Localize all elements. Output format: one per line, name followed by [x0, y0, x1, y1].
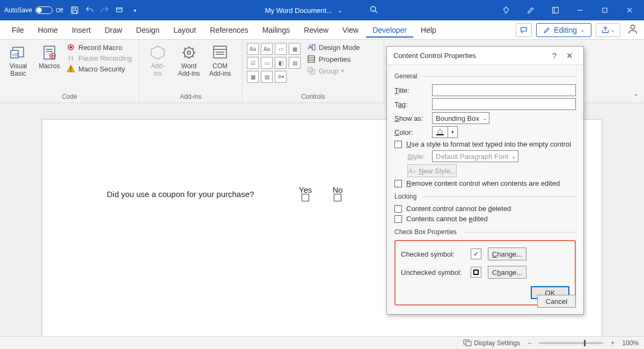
document-title[interactable]: My Word Document...	[265, 6, 332, 14]
svg-line-39	[184, 56, 185, 57]
style-select: Default Paragraph Font⌄	[432, 150, 518, 162]
content-control-properties-dialog: Content Control Properties ? ✕ General T…	[386, 46, 584, 315]
svg-point-30	[184, 48, 194, 57]
tab-view[interactable]: View	[336, 23, 365, 38]
use-style-checkbox[interactable]	[394, 141, 402, 148]
toggle-off-icon	[35, 6, 53, 14]
color-dropdown[interactable]: ▾	[448, 126, 458, 138]
title-chevron-down-icon[interactable]: ⌄	[338, 7, 342, 14]
display-settings-button[interactable]: Display Settings	[463, 339, 520, 347]
autosave-toggle[interactable]: AutoSave Off	[4, 6, 63, 14]
svg-line-6	[375, 11, 377, 13]
tab-insert[interactable]: Insert	[65, 23, 97, 38]
properties-icon	[307, 55, 316, 63]
tag-label: Tag:	[394, 100, 428, 108]
qat-more-icon[interactable]	[113, 4, 126, 17]
minimize-button[interactable]	[570, 4, 590, 17]
svg-line-38	[193, 48, 194, 49]
cancel-button[interactable]: Cancel	[537, 295, 576, 308]
svg-rect-45	[312, 45, 315, 50]
com-addins-button[interactable]: COM Add-ins	[206, 43, 234, 77]
lock-edit-checkbox[interactable]	[394, 215, 402, 223]
title-input[interactable]	[432, 84, 576, 96]
tab-mailings[interactable]: Mailings	[256, 23, 296, 38]
diamond-icon[interactable]	[496, 4, 516, 17]
change-unchecked-button[interactable]: Change...	[488, 266, 526, 279]
redo-icon[interactable]	[98, 4, 111, 17]
color-label: Color:	[394, 128, 428, 136]
editing-mode-button[interactable]: Editing ⌄	[536, 23, 591, 37]
svg-rect-46	[308, 56, 314, 62]
properties-button[interactable]: Properties	[307, 55, 360, 63]
visual-basic-button[interactable]: VB Visual Basic	[4, 43, 32, 77]
qat-dropdown-icon[interactable]: ▾	[128, 4, 141, 17]
tab-layout[interactable]: Layout	[167, 23, 202, 38]
ribbon-group-addins: Add- ins Word Add-ins COM Add-ins Add-in…	[140, 40, 243, 103]
menubar: File Home Insert Draw Design Layout Refe…	[0, 20, 644, 40]
color-picker[interactable]	[432, 126, 448, 138]
macro-security-button[interactable]: Macro Security	[67, 64, 132, 73]
design-mode-icon	[307, 43, 316, 52]
svg-rect-7	[553, 8, 559, 13]
svg-marker-29	[151, 46, 164, 59]
dialog-close-button[interactable]: ✕	[562, 51, 577, 61]
pen-icon[interactable]	[521, 4, 541, 17]
group-icon	[307, 67, 316, 75]
group-label: Add-ins	[144, 92, 238, 101]
addins-icon	[149, 44, 166, 61]
svg-rect-1	[72, 7, 76, 9]
record-macro-button[interactable]: Record Macro	[67, 43, 132, 52]
titlebar: AutoSave Off ▾ My Word Document... ⌄	[0, 0, 644, 20]
ribbon-group-controls: AaAa▭▦ ☑▭◧▤ ▦▤⚙▾ Design Mode Properties …	[243, 40, 384, 103]
dialog-title: Content Control Properties	[393, 52, 476, 60]
maximize-button[interactable]	[595, 4, 615, 17]
checkbox-yes[interactable]	[302, 194, 309, 201]
svg-rect-53	[466, 341, 471, 346]
visual-basic-icon: VB	[10, 44, 27, 61]
tab-developer[interactable]: Developer	[366, 23, 413, 38]
zoom-out-button[interactable]: −	[528, 339, 531, 347]
app-icon[interactable]	[545, 4, 566, 17]
zoom-in-button[interactable]: +	[611, 339, 614, 347]
undo-icon[interactable]	[83, 4, 96, 17]
comments-button[interactable]	[516, 23, 532, 37]
account-icon[interactable]	[627, 23, 639, 37]
lock-delete-checkbox[interactable]	[394, 205, 402, 213]
lock-edit-label: Contents cannot be edited	[406, 215, 488, 223]
tab-design[interactable]: Design	[130, 23, 166, 38]
tag-input[interactable]	[432, 98, 576, 110]
tab-references[interactable]: References	[203, 23, 255, 38]
change-checked-button[interactable]: Change...	[488, 248, 526, 260]
macros-button[interactable]: Macros	[35, 43, 63, 70]
save-icon[interactable]	[68, 4, 81, 17]
collapse-ribbon-button[interactable]: ⌃	[633, 93, 639, 100]
design-mode-button[interactable]: Design Mode	[307, 43, 360, 52]
showas-select[interactable]: Bounding Box⌄	[432, 112, 489, 124]
zoom-level[interactable]: 100%	[622, 339, 639, 347]
svg-rect-10	[603, 8, 607, 12]
statusbar: Display Settings − + 100%	[0, 336, 644, 349]
monitor-icon	[463, 339, 472, 347]
ribbon-group-code: VB Visual Basic Macros Record Macro Paus…	[0, 40, 140, 103]
share-button[interactable]: ⌄	[596, 23, 620, 37]
tab-review[interactable]: Review	[297, 23, 335, 38]
svg-rect-51	[436, 134, 444, 135]
tab-file[interactable]: File	[5, 23, 31, 38]
help-button[interactable]: ?	[547, 51, 562, 60]
pause-icon	[67, 54, 75, 62]
zoom-slider[interactable]	[539, 342, 603, 344]
close-button[interactable]	[619, 4, 640, 17]
search-icon[interactable]	[369, 5, 379, 16]
editing-label: Editing	[554, 26, 577, 34]
com-addins-icon	[211, 44, 229, 61]
svg-rect-3	[116, 8, 122, 12]
tab-help[interactable]: Help	[414, 23, 443, 38]
checkbox-no[interactable]	[334, 194, 341, 201]
controls-gallery[interactable]: AaAa▭▦ ☑▭◧▤ ▦▤⚙▾	[247, 43, 301, 83]
tab-draw[interactable]: Draw	[98, 23, 129, 38]
new-style-button: A₊ New Style...	[407, 164, 457, 177]
remove-cc-checkbox[interactable]	[394, 180, 402, 187]
word-addins-button[interactable]: Word Add-ins	[175, 43, 203, 77]
tab-home[interactable]: Home	[32, 23, 64, 38]
remove-cc-label: Remove content control when contents are…	[406, 179, 560, 187]
